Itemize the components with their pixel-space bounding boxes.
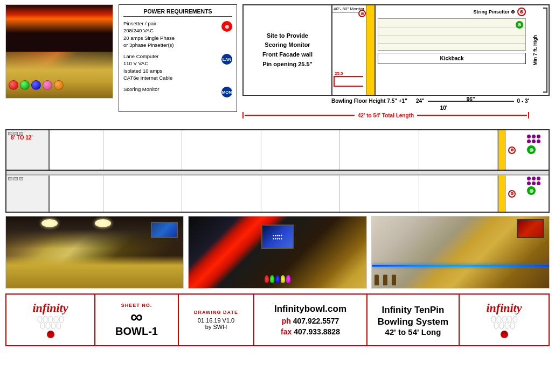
svg-point-6 [46,323,50,329]
pin2 [532,135,536,138]
tv-screen-lounge [151,222,178,238]
lane-seg-7 [419,130,498,170]
desc-line2: Bowling System [378,317,448,327]
drawing-date-val: 01.16.19 V1.0 [198,317,235,324]
svg-point-8 [57,323,61,329]
footer-contact: Infinitybowl.com ph 407.922.5577 fax 407… [254,295,367,345]
chandelier-2 [95,219,111,227]
footer: infinity SHEE [5,293,550,346]
kickback-label: Kickback [440,55,464,61]
svg-point-11 [50,331,51,332]
tv-modern-display [518,220,543,237]
pinsetter-section: String Pinsetter ⊗ ⊗ ⊗ Kickback [376,5,528,95]
floor-height-row: Bowling Floor Height 7.5" +1" 24" 96" 0 … [242,98,550,104]
footer-logo-left-text: infinity [32,302,68,314]
led-strip [372,265,549,267]
total-length-right-cap [528,112,529,118]
green-x-bot: ⊗ [527,186,536,195]
red-circle-lane-bot: ⊗ [508,190,516,198]
dim-10-label: 10' [440,105,448,111]
lane-diagram: 8' TO 12' ⊗ [5,129,550,213]
photos-row: ●●●●●●●●●● [0,213,555,293]
pin-glow-4 [281,275,285,283]
stool-1 [374,275,379,285]
lane-bot-seg-7 [419,176,498,212]
total-length-line [245,115,355,116]
pin-glow-5 [286,275,290,283]
pin3 [537,135,540,138]
ball-red [9,80,18,90]
drawing-label: DRAWING DATE [194,310,238,315]
green-mark-1: ⊗ [516,21,523,29]
pin6 [537,139,540,143]
total-length-left-cap [242,112,244,118]
top-section: POWER REQUIREMENTS Pinsetter / pair208/2… [0,0,555,129]
gutter-marks-bot [6,176,48,182]
footer-description: Infinity TenPin Bowling System 42' to 54… [367,295,460,345]
ph-number: 407.922.5577 [293,317,339,325]
lane-bot-seg-2 [50,176,103,212]
power-requirements-title: POWER REQUIREMENTS [123,8,232,17]
lane-line-1 [378,27,525,27]
gm-b2 [13,177,18,180]
scoring-display: ●●●●●●●●●● [262,226,293,248]
floor-dims: Bowling Floor Height 7.5" +1" 24" 96" 0 … [331,98,529,104]
pin1 [527,135,531,138]
string-pinsetter-row: String Pinsetter ⊗ ⊗ [378,8,526,16]
svg-point-24 [503,331,505,332]
site-provide-section: Site to ProvideScoring MonitorFront Faca… [244,5,332,95]
svg-point-16 [508,316,512,323]
bowling-balls-row [9,80,64,90]
site-provide-text: Site to ProvideScoring MonitorFront Faca… [262,31,313,69]
contact-fax-row: fax 407.933.8828 [281,327,340,336]
footer-logo-right: infinity [460,295,549,345]
power-text-pinsetter: Pinsetter / pair208/240 VAC20 amps Singl… [123,20,219,48]
pin-b2 [532,177,536,180]
bowling-photo-left [5,4,113,99]
svg-point-19 [500,323,504,329]
pin4 [527,139,531,143]
gm-b3 [19,177,23,180]
contact-ph-row: ph 407.922.5577 [282,317,339,325]
gm-b1 [8,177,12,180]
svg-point-23 [502,332,503,333]
desc-line1: Infinity TenPin [382,303,445,317]
svg-point-0 [38,316,42,323]
yellow-section-bot [498,176,505,212]
lane-seg-6 [340,130,419,170]
dim-10-spacer [242,105,331,111]
total-length-line-right [417,115,527,116]
photo-lounge [5,216,184,289]
pin-b4 [527,181,531,185]
dim-96-line: 96" [428,101,514,102]
power-row-pinsetter: Pinsetter / pair208/240 VAC20 amps Singl… [123,20,232,48]
tv-modern [517,219,544,238]
scoring-monitor: ●●●●●●●●●● [261,225,294,249]
min7ft-brace [543,8,547,93]
total-length-row: 42' to 54' Total Length [242,112,550,118]
yellow-bar [366,5,374,95]
yellow-section-top [498,130,505,170]
power-row-computer: Lane Computer110 V VACIsolated 10 ampsCA… [123,53,232,81]
footer-pins-left [32,314,70,338]
pin-b5 [532,181,536,185]
photo-modern-lanes [371,216,550,289]
bar-stools [374,275,396,285]
sheet-name: BOWL-1 [115,325,158,338]
pin-b1 [527,177,531,180]
lane-bot-seg-6 [340,176,419,212]
ph-label: ph [282,317,291,325]
pin-area-bot: ⊗ ⊗ [505,176,549,212]
string-pinsetter-label: String Pinsetter ⊗ [473,9,515,15]
lane-bot-seg-start [6,176,50,212]
sheet-no-value: ∞ [130,308,143,325]
scoring-text: ●●●●●●●●●● [273,234,282,240]
chandelier-1 [41,219,58,227]
lane-bot-seg-5 [261,176,340,212]
ball-pink [43,80,52,90]
lane-seg-5 [261,130,340,170]
pin-glow-3 [275,275,280,283]
dim-24: 24" [416,98,425,104]
pins-glow [265,275,290,283]
lane-line-2 [378,35,525,36]
